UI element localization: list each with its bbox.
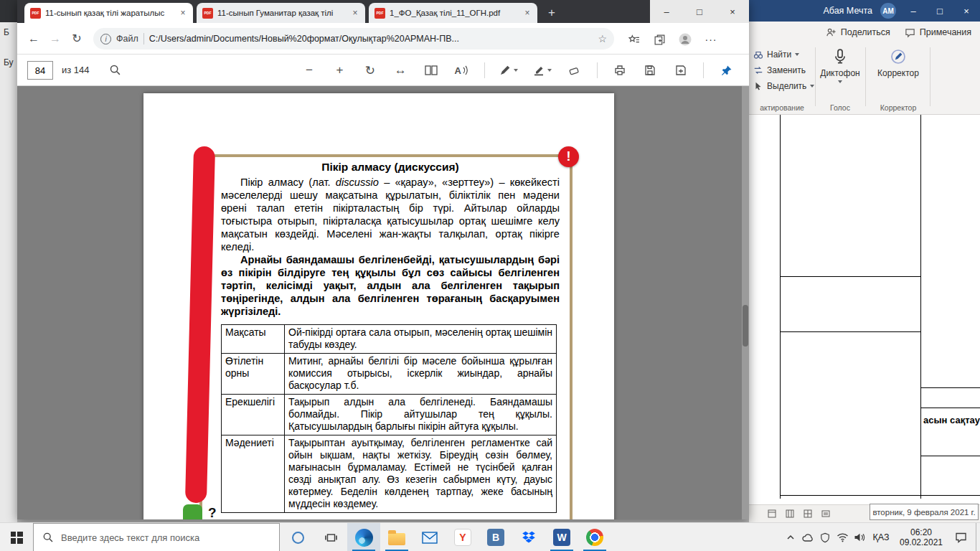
page-view-icon[interactable]: [423, 60, 439, 81]
zoom-in-icon[interactable]: +: [331, 60, 347, 81]
select-button[interactable]: Выделить: [753, 78, 814, 94]
task-view-button[interactable]: [314, 523, 347, 551]
settings-menu-icon[interactable]: ···: [703, 32, 719, 47]
word-document[interactable]: асын сақтау: [749, 115, 980, 504]
eraser-icon[interactable]: [566, 60, 582, 81]
table-gridline: [780, 115, 781, 499]
draw-pen-icon[interactable]: [499, 60, 518, 81]
onedrive-cloud-icon[interactable]: [799, 523, 816, 551]
system-tray: ҚАЗ 06:20 09.02.2021: [782, 523, 980, 551]
word-maximize-button[interactable]: □: [930, 6, 949, 17]
tab-close-icon[interactable]: ×: [351, 8, 359, 18]
comments-button[interactable]: Примечания: [905, 27, 971, 38]
tab-1[interactable]: PDF 11-сынып қазақ тілі жаратылыс ×: [24, 3, 193, 23]
word-minimize-button[interactable]: –: [904, 6, 923, 17]
back-button[interactable]: ←: [23, 32, 44, 45]
background-window-left-titlebar: [0, 0, 17, 22]
replace-button[interactable]: Заменить: [753, 62, 814, 78]
ribbon-separator: [930, 47, 930, 106]
browser-maximize-button[interactable]: □: [683, 0, 716, 23]
account-name[interactable]: Абая Мечта: [823, 6, 872, 16]
word-taskbar-icon[interactable]: W: [545, 523, 578, 551]
rotate-icon[interactable]: ↻: [362, 60, 378, 81]
vk-taskbar-icon[interactable]: В: [479, 523, 512, 551]
edge-taskbar-icon[interactable]: [347, 523, 380, 551]
share-button[interactable]: Поделиться: [826, 27, 890, 38]
tab-close-icon[interactable]: ×: [179, 8, 187, 18]
favorites-icon[interactable]: [626, 32, 641, 47]
print-icon[interactable]: [612, 60, 628, 81]
new-tab-button[interactable]: +: [543, 4, 560, 22]
forward-button[interactable]: →: [44, 32, 66, 45]
envelope-icon: [422, 532, 438, 544]
profile-avatar-icon[interactable]: [677, 32, 693, 47]
task-view-icon: [324, 532, 338, 544]
address-bar[interactable]: i Файл C:/Users/admin/Documents/Новый%20…: [93, 28, 614, 50]
search-input[interactable]: [61, 532, 262, 543]
tab-strip: PDF 11-сынып қазақ тілі жаратылыс × PDF …: [17, 0, 749, 23]
dropbox-taskbar-icon[interactable]: [512, 523, 545, 551]
background-text-fragment: Бу: [4, 57, 14, 67]
explorer-taskbar-icon[interactable]: [380, 523, 413, 551]
cortana-button[interactable]: [281, 523, 314, 551]
editor-button[interactable]: Корректор: [871, 47, 925, 78]
clock[interactable]: 06:20 09.02.2021: [894, 527, 948, 547]
scrollbar-thumb[interactable]: [743, 305, 748, 347]
volume-icon[interactable]: [851, 523, 868, 551]
find-button[interactable]: Найти: [753, 47, 814, 62]
browser-close-button[interactable]: ×: [716, 0, 749, 23]
yandex-taskbar-icon[interactable]: Y: [446, 523, 479, 551]
word-close-button[interactable]: ×: [957, 6, 976, 17]
chevron-down-icon[interactable]: [514, 69, 518, 72]
refresh-button[interactable]: ↻: [66, 32, 88, 45]
ribbon-separator: [815, 47, 816, 106]
hidden-icons-chevron[interactable]: [782, 523, 799, 551]
tab-title: 11-сынып қазақ тілі жаратылыс: [45, 9, 174, 17]
pin-toolbar-icon[interactable]: [719, 60, 735, 81]
dictate-button[interactable]: Диктофон: [819, 47, 861, 83]
page-info-icon[interactable]: i: [100, 34, 111, 44]
mail-taskbar-icon[interactable]: [413, 523, 446, 551]
browser-window-controls: – □ ×: [650, 0, 749, 23]
table-definition-cell: Ой-пікірді ортаға сала отырып, мәселенің…: [285, 325, 557, 354]
highlighter-icon[interactable]: [533, 60, 552, 81]
network-wifi-icon[interactable]: [834, 523, 851, 551]
favorite-star-icon[interactable]: ☆: [598, 33, 607, 44]
security-shield-icon[interactable]: [816, 523, 834, 551]
chevron-down-icon[interactable]: [547, 69, 552, 72]
toolbar-separator: [597, 62, 598, 78]
show-desktop-button[interactable]: [976, 523, 980, 551]
view-mode-icon[interactable]: [786, 509, 794, 518]
word-window[interactable]: Абая Мечта АМ – □ × Поделиться Примечани…: [749, 0, 980, 522]
save-as-icon[interactable]: [673, 60, 689, 81]
chevron-down-icon: [810, 85, 814, 88]
table-gridline: [780, 331, 920, 332]
tab-3[interactable]: PDF 1_ФО_Қазақ тілі_11_ОГН.pdf ×: [369, 3, 537, 23]
scrollbar[interactable]: [742, 86, 749, 519]
language-indicator[interactable]: ҚАЗ: [868, 532, 894, 542]
paragraph-text: Пікір алмасу (лат.: [240, 176, 336, 188]
tab-close-icon[interactable]: ×: [523, 8, 532, 18]
save-icon[interactable]: [642, 60, 658, 81]
table-gridline: [780, 495, 980, 496]
browser-minimize-button[interactable]: –: [650, 0, 683, 23]
search-icon[interactable]: [109, 64, 121, 76]
view-mode-icon[interactable]: [821, 509, 830, 518]
view-mode-icon[interactable]: [768, 509, 776, 518]
table-term-cell: Мақсаты: [222, 325, 285, 354]
paragraph: Пікір алмасу (лат. discussio – «қарау», …: [221, 176, 560, 253]
protocol-label: Файл: [116, 34, 138, 44]
zoom-out-icon[interactable]: −: [301, 60, 317, 81]
chrome-taskbar-icon[interactable]: [578, 523, 611, 551]
tab-2[interactable]: PDF 11-сынып Гуманитар қазақ тілі ×: [197, 3, 365, 23]
collections-icon[interactable]: [651, 32, 667, 47]
page-number-input[interactable]: [27, 61, 53, 80]
view-mode-icon[interactable]: [804, 509, 812, 518]
account-avatar[interactable]: АМ: [880, 3, 896, 19]
table-gridline: [920, 408, 980, 408]
start-button[interactable]: [0, 523, 33, 551]
taskbar-search[interactable]: [33, 523, 280, 551]
action-center-icon[interactable]: [948, 523, 973, 551]
read-aloud-icon[interactable]: A: [453, 60, 469, 81]
fit-width-icon[interactable]: ↔: [392, 60, 408, 81]
